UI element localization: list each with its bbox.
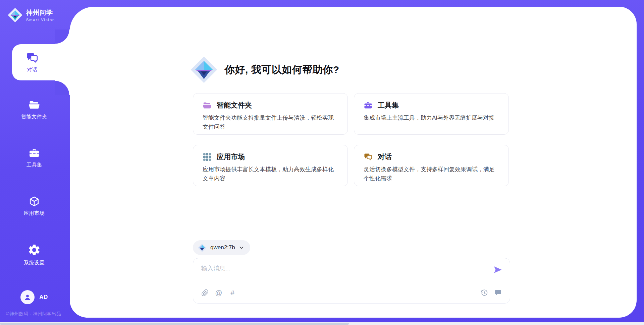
card-description: 集成市场上主流工具，助力AI与外界无缝扩展与对接 bbox=[364, 113, 499, 122]
send-icon[interactable] bbox=[493, 265, 502, 274]
message-composer: @ # bbox=[193, 258, 510, 304]
user-menu[interactable]: AD bbox=[0, 290, 68, 304]
toolbox-icon bbox=[364, 101, 373, 110]
sidebar-item-settings[interactable]: 系统设置 bbox=[0, 243, 68, 266]
card-title: 智能文件夹 bbox=[217, 101, 252, 110]
user-name: AD bbox=[39, 294, 48, 301]
sidebar-item-chat[interactable]: 对话 bbox=[12, 44, 71, 80]
sidebar-item-smart-folder[interactable]: 智能文件夹 bbox=[0, 99, 68, 120]
brand-name: 神州问学 bbox=[26, 8, 55, 17]
greeting-text: 你好, 我可以如何帮助你? bbox=[225, 63, 339, 77]
chat-bubbles-icon bbox=[364, 152, 373, 161]
mention-icon[interactable]: @ bbox=[215, 289, 222, 297]
chat-bubbles-icon bbox=[26, 52, 39, 64]
grid-sphere-icon bbox=[203, 152, 212, 161]
tab-notch-bottom bbox=[55, 80, 70, 95]
feature-cards: 智能文件夹 智能文件夹功能支持批量文件上传与清洗，轻松实现文件问答 bbox=[193, 93, 509, 186]
avatar bbox=[20, 290, 35, 304]
hashtag-icon[interactable]: # bbox=[229, 289, 236, 297]
card-title: 工具集 bbox=[378, 101, 399, 110]
greeting: 你好, 我可以如何帮助你? bbox=[190, 56, 339, 84]
diamond-logo-icon bbox=[190, 56, 218, 84]
diamond-logo-icon bbox=[198, 243, 207, 252]
copyright-footer: ©神州数码 · 神州问学出品 bbox=[6, 311, 61, 317]
sidebar-item-label: 智能文件夹 bbox=[21, 114, 47, 120]
app-root: 神州问学 Smart Vision 对话 bbox=[0, 0, 644, 325]
sidebar-item-app-market[interactable]: 应用市场 bbox=[0, 196, 68, 216]
card-smart-folder[interactable]: 智能文件夹 智能文件夹功能支持批量文件上传与清洗，轻松实现文件问答 bbox=[193, 93, 348, 135]
person-icon bbox=[23, 293, 32, 302]
brand-logo: 神州问学 Smart Vision bbox=[7, 7, 55, 23]
folder-icon bbox=[29, 99, 40, 111]
card-chat[interactable]: 对话 灵活切换多模型文件，支持多样回复效果调试，满足个性化需求 bbox=[354, 145, 509, 186]
diamond-logo-icon bbox=[7, 7, 23, 23]
card-description: 灵活切换多模型文件，支持多样回复效果调试，满足个性化需求 bbox=[364, 165, 499, 183]
gear-icon bbox=[28, 243, 41, 257]
attachment-icon[interactable] bbox=[201, 289, 209, 297]
chevron-down-icon bbox=[239, 245, 244, 250]
model-selector[interactable]: qwen2:7b bbox=[193, 240, 250, 255]
sidebar: 神州问学 Smart Vision 对话 bbox=[0, 0, 70, 325]
sidebar-item-toolset[interactable]: 工具集 bbox=[0, 147, 68, 168]
sidebar-item-label: 对话 bbox=[27, 67, 38, 73]
message-input[interactable] bbox=[201, 264, 483, 281]
tab-notch-top bbox=[55, 29, 70, 44]
history-icon[interactable] bbox=[481, 289, 488, 297]
horizontal-scrollbar bbox=[0, 322, 644, 325]
brand-subtitle: Smart Vision bbox=[26, 18, 55, 22]
card-title: 应用市场 bbox=[217, 152, 245, 161]
composer-divider bbox=[199, 284, 504, 284]
card-title: 对话 bbox=[378, 152, 392, 161]
chat-bubble-icon[interactable] bbox=[494, 289, 502, 297]
sidebar-item-label: 系统设置 bbox=[24, 260, 45, 266]
model-name: qwen2:7b bbox=[210, 244, 235, 251]
cube-icon bbox=[29, 196, 40, 207]
card-toolset[interactable]: 工具集 集成市场上主流工具，助力AI与外界无缝扩展与对接 bbox=[354, 93, 509, 135]
folder-open-icon bbox=[203, 101, 212, 110]
card-app-market[interactable]: 应用市场 应用市场提供丰富长文本模板，助力高效生成多样化文章内容 bbox=[193, 145, 348, 186]
card-description: 应用市场提供丰富长文本模板，助力高效生成多样化文章内容 bbox=[203, 165, 338, 183]
toolbox-icon bbox=[29, 147, 40, 159]
scrollbar-thumb[interactable] bbox=[0, 323, 349, 325]
sidebar-item-label: 工具集 bbox=[26, 162, 42, 168]
card-description: 智能文件夹功能支持批量文件上传与清洗，轻松实现文件问答 bbox=[203, 113, 338, 131]
main-panel: 你好, 我可以如何帮助你? 智能文件夹 智能文件夹功能支持批量文件上传与清洗，轻… bbox=[70, 7, 637, 318]
sidebar-item-label: 应用市场 bbox=[24, 210, 45, 216]
